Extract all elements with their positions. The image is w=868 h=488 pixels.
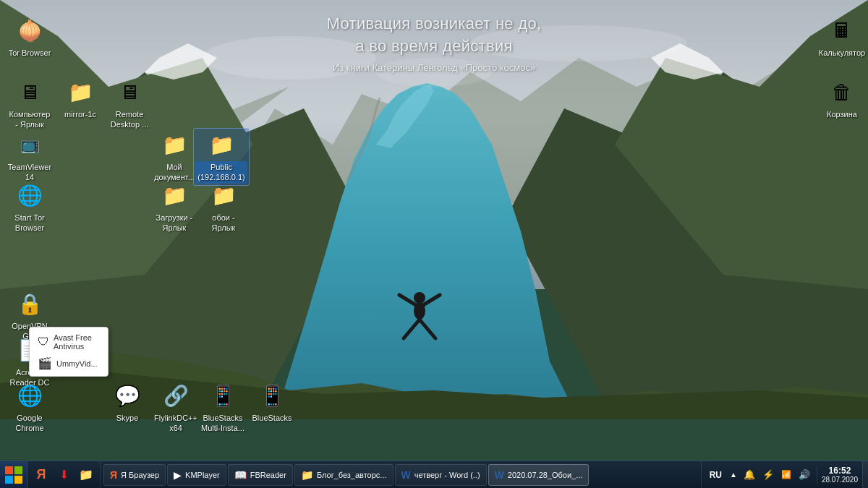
public-share-icon: 📁 (207, 130, 236, 159)
start-tor-label: Start Tor Browser (5, 212, 54, 234)
desktop: Мотивация возникает не до, а во время де… (0, 0, 868, 488)
clock-date: 28.07.2020 (822, 476, 858, 484)
power-icon: ⚡ (762, 469, 774, 480)
tor-browser-icon: 🧅 (15, 16, 44, 45)
fbreader-taskbar-label: FBReader (250, 471, 286, 479)
icon-public-share[interactable]: 📁 Public (192.168.0.1) (195, 129, 247, 185)
bluestacks-icon: 📱 (258, 381, 286, 410)
quick-downloader[interactable]: ⬇ (53, 464, 75, 486)
tray-network[interactable]: 📶 (779, 468, 793, 481)
blog-taskbar-icon: 📁 (301, 469, 313, 481)
avast-popup-icon: 🛡 (38, 335, 49, 348)
taskbar-item-blog[interactable]: 📁 Блог_без_авторс... (294, 464, 393, 486)
taskbar-item-ya-browser[interactable]: Я Я Браузер (103, 464, 166, 486)
clock-time: 16:52 (829, 466, 851, 476)
taskbar-item-kmplayer[interactable]: ▶ KMPlayer (167, 464, 226, 486)
svg-rect-23 (14, 466, 22, 474)
system-tray: RU ▲ 🔔 ⚡ 📶 🔊 (701, 461, 817, 488)
tray-overflow-button[interactable]: ▲ (728, 469, 739, 480)
tray-power[interactable]: ⚡ (760, 468, 776, 481)
language-indicator[interactable]: RU (706, 468, 726, 481)
show-desktop-button[interactable] (862, 461, 868, 489)
icon-calculator[interactable]: 🖩 Калькулятор (816, 14, 868, 60)
icon-computer[interactable]: 🖥 Компьютер - Ярлык (4, 76, 56, 132)
openvpn-icon: 🔒 (15, 289, 44, 318)
ya-browser-taskbar-icon: Я (110, 469, 117, 481)
network-icon: 📶 (781, 470, 791, 479)
my-documents-icon: 📁 (160, 130, 189, 159)
clock-area[interactable]: 16:52 28.07.2020 (817, 466, 862, 484)
icon-remote-desktop[interactable]: 🖥 Remote Desktop ... (103, 76, 156, 132)
word-taskbar-icon: W (401, 469, 411, 481)
icon-downloads[interactable]: 📁 Загрузки - Ярлык (148, 179, 200, 236)
word2-taskbar-label: 2020.07.28_Обои_... (508, 471, 583, 479)
start-button[interactable] (0, 461, 27, 489)
taskbar-items-area: Я Я Браузер ▶ KMPlayer 📖 FBReader 📁 Блог… (101, 461, 701, 488)
icon-flylink[interactable]: 🔗 FlylinkDC++ x64 (150, 380, 202, 436)
word2-taskbar-icon: W (495, 469, 504, 481)
icon-skype[interactable]: 💬 Skype (101, 380, 153, 425)
icon-bluestacks[interactable]: 📱 BlueStacks (246, 380, 298, 425)
recycle-bin-icon: 🗑 (827, 77, 856, 106)
word-taskbar-label: четверг - Word (..) (414, 471, 480, 479)
kmplayer-taskbar-label: KMPlayer (185, 471, 220, 479)
calculator-icon: 🖩 (827, 16, 856, 45)
tor-browser-label: Tor Browser (7, 47, 54, 59)
wallpapers-label: обои - Ярлык (199, 212, 248, 234)
bluestacks-multi-icon: 📱 (208, 381, 237, 410)
fbreader-taskbar-icon: 📖 (234, 469, 247, 481)
kmplayer-taskbar-icon: ▶ (174, 469, 182, 481)
svg-rect-22 (5, 466, 13, 474)
taskbar-item-fbreader[interactable]: 📖 FBReader (228, 464, 293, 486)
desktop-icons-container: 🧅 Tor Browser 🖩 Калькулятор 🖥 Компьютер … (0, 0, 868, 488)
flylink-icon: 🔗 (161, 381, 190, 410)
svg-rect-25 (14, 476, 22, 484)
icon-bluestacks-multi[interactable]: 📱 BlueStacks Multi-Insta... (197, 380, 249, 436)
icon-google-chrome[interactable]: 🌐 Google Chrome (4, 380, 56, 436)
skype-icon: 💬 (113, 381, 142, 410)
downloads-label: Загрузки - Ярлык (150, 212, 199, 234)
quick-launch-area: Я ⬇ 📁 (27, 461, 101, 488)
quick-folder[interactable]: 📁 (75, 464, 97, 486)
volume-icon: 🔊 (799, 469, 810, 480)
popup-item-ummy[interactable]: 🎬 UmmyVid... (35, 355, 102, 372)
svg-rect-24 (5, 476, 13, 484)
popup-item-avast[interactable]: 🛡 Avast Free Antivirus (35, 332, 102, 352)
windows-logo-icon (4, 466, 23, 484)
taskbar-item-word2[interactable]: W 2020.07.28_Обои_... (488, 464, 590, 486)
avast-popup-label: Avast Free Antivirus (54, 333, 100, 351)
taskbar: Я ⬇ 📁 Я Я Браузер ▶ KMPlayer 📖 FBReader (0, 461, 868, 488)
remote-desktop-icon: 🖥 (115, 77, 144, 106)
icon-start-tor[interactable]: 🌐 Start Tor Browser (4, 179, 56, 236)
mirror-1c-label: mirror-1c (62, 108, 98, 120)
blog-taskbar-label: Блог_без_авторс... (317, 471, 387, 479)
quick-yandex[interactable]: Я (30, 464, 52, 486)
icon-wallpapers[interactable]: 📁 обои - Ярлык (197, 179, 250, 236)
icon-teamviewer[interactable]: 📺 TeamViewer 14 (4, 129, 56, 185)
bluestacks-label: BlueStacks (250, 412, 294, 424)
skype-label: Skype (114, 412, 141, 424)
icon-recycle-bin[interactable]: 🗑 Корзина (816, 76, 868, 121)
computer-label: Компьютер - Ярлык (5, 108, 54, 131)
computer-icon: 🖥 (15, 77, 44, 106)
bluestacks-multi-label: BlueStacks Multi-Insta... (198, 412, 247, 435)
tray-volume[interactable]: 🔊 (796, 468, 812, 481)
teamviewer-icon: 📺 (15, 130, 44, 159)
ummy-popup-icon: 🎬 (38, 356, 52, 370)
flylink-label: FlylinkDC++ x64 (151, 412, 200, 435)
mirror-1c-icon: 📁 (66, 77, 95, 106)
google-chrome-label: Google Chrome (5, 412, 54, 435)
recycle-bin-label: Корзина (825, 108, 859, 120)
icon-my-documents[interactable]: 📁 Мой документ... (148, 129, 200, 185)
remote-desktop-label: Remote Desktop ... (105, 108, 154, 131)
folder-popup: 🛡 Avast Free Antivirus 🎬 UmmyVid... (29, 327, 109, 377)
icon-mirror-1c[interactable]: 📁 mirror-1c (54, 76, 106, 121)
tray-notifications[interactable]: 🔔 (741, 468, 757, 481)
start-tor-icon: 🌐 (15, 181, 44, 210)
downloads-icon: 📁 (160, 181, 189, 210)
wallpapers-icon: 📁 (209, 181, 238, 210)
ummy-popup-label: UmmyVid... (56, 359, 98, 368)
icon-tor-browser[interactable]: 🧅 Tor Browser (4, 14, 56, 60)
taskbar-item-word[interactable]: W четверг - Word (..) (395, 464, 487, 486)
ya-browser-taskbar-label: Я Браузер (121, 471, 159, 479)
